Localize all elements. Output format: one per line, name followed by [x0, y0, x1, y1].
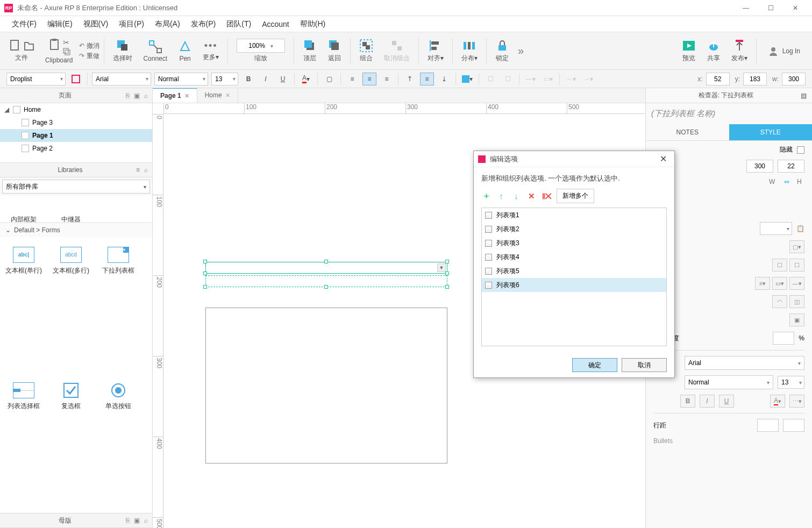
- opacity-input[interactable]: [773, 332, 794, 345]
- align-left-button[interactable]: ≡: [345, 73, 359, 85]
- inspector-page-icon[interactable]: ▤: [801, 92, 807, 99]
- toolbar-lock-button[interactable]: 锁定: [491, 34, 514, 67]
- login-button[interactable]: Log In: [761, 42, 808, 60]
- coord-x-input[interactable]: [706, 73, 730, 85]
- add-folder-icon[interactable]: ▣: [134, 92, 140, 99]
- inspector-underline-button[interactable]: U: [719, 395, 734, 408]
- hidden-checkbox[interactable]: [797, 146, 804, 154]
- add-page-icon[interactable]: ⎘: [126, 92, 130, 99]
- toolbar-select-button[interactable]: 选择时: [109, 34, 137, 67]
- underline-button[interactable]: U: [276, 73, 290, 85]
- item-checkbox[interactable]: [485, 212, 492, 219]
- align-center-button[interactable]: ≡: [362, 73, 376, 85]
- corner-select-button[interactable]: ◫: [789, 295, 804, 308]
- tab-close-icon[interactable]: ✕: [184, 92, 189, 99]
- dialog-ok-button[interactable]: 确定: [572, 358, 617, 372]
- toolbar-share-button[interactable]: 共享: [702, 34, 725, 67]
- tab-page1[interactable]: Page 1✕: [153, 88, 197, 103]
- toolbar-back-button[interactable]: 返回: [323, 34, 346, 67]
- clear-items-button[interactable]: ⦀✕: [542, 191, 551, 201]
- arrow-end-button[interactable]: →▾: [581, 73, 595, 85]
- undo-button[interactable]: ↶撤消: [79, 41, 99, 51]
- menu-help[interactable]: 帮助(H): [295, 16, 331, 32]
- tab-close-icon[interactable]: ✕: [225, 92, 230, 99]
- list-item[interactable]: 列表项5: [482, 264, 666, 278]
- font-size-select[interactable]: 13: [211, 73, 238, 85]
- inspector-tab-notes[interactable]: NOTES: [646, 124, 729, 140]
- item-checkbox[interactable]: [485, 226, 492, 233]
- page-node-page3[interactable]: Page 3: [0, 116, 152, 129]
- padding-button[interactable]: ▣: [789, 313, 804, 326]
- linespacing-input[interactable]: [757, 419, 779, 432]
- page-node-page2[interactable]: Page 2: [0, 142, 152, 155]
- toolbar-more-button[interactable]: ••• 更多▾: [198, 34, 223, 67]
- inspector-h-input[interactable]: [778, 160, 804, 173]
- rectangle-widget[interactable]: [205, 308, 447, 463]
- toolbar-file-group[interactable]: 文件: [4, 34, 39, 67]
- menu-edit[interactable]: 编辑(E): [42, 16, 78, 32]
- line-color-button[interactable]: ▭▾: [541, 73, 555, 85]
- inspector-text-more-button[interactable]: ⋯▾: [789, 395, 804, 408]
- item-checkbox[interactable]: [485, 254, 492, 261]
- lock-aspect-icon[interactable]: ⇔: [784, 178, 789, 185]
- lib-listbox-widget[interactable]: 列表选择框: [0, 375, 47, 418]
- inspector-fontsize-select[interactable]: 13: [778, 376, 804, 389]
- menu-team[interactable]: 团队(T): [221, 16, 257, 32]
- toolbar-publish-button[interactable]: 发布▾: [727, 34, 752, 67]
- delete-item-button[interactable]: ✕: [526, 191, 536, 201]
- lib-repeater-widget[interactable]: 中继器: [47, 198, 95, 223]
- menu-layout[interactable]: 布局(A): [149, 16, 186, 32]
- move-down-button[interactable]: ↓: [511, 191, 521, 201]
- font-family-select[interactable]: Arial: [92, 73, 151, 85]
- shape-style-button[interactable]: [69, 73, 83, 85]
- text-color-button[interactable]: A ▾: [299, 73, 313, 85]
- add-master-folder-icon[interactable]: ▣: [134, 517, 140, 524]
- fill-color-button[interactable]: ▾: [460, 73, 474, 85]
- lib-iframe-widget[interactable]: 内部框架: [0, 198, 47, 223]
- maximize-button[interactable]: ☐: [758, 0, 783, 16]
- list-item[interactable]: 列表项6: [482, 278, 666, 292]
- menu-project[interactable]: 项目(P): [113, 16, 149, 32]
- add-master-icon[interactable]: ⎘: [126, 517, 130, 524]
- toolbar-preview-button[interactable]: 预览: [678, 34, 700, 67]
- copy-style-icon[interactable]: 📋: [796, 225, 804, 232]
- zoom-input[interactable]: 100%▾: [237, 39, 285, 53]
- add-item-button[interactable]: ＋: [481, 191, 491, 201]
- coord-w-input[interactable]: [782, 73, 806, 85]
- shadow-out-button[interactable]: ☐: [772, 259, 787, 272]
- toolbar-distribute-button[interactable]: 分布▾: [457, 34, 482, 67]
- valign-top-button[interactable]: ⤒: [403, 73, 417, 85]
- inspector-bold-button[interactable]: B: [680, 395, 695, 408]
- redo-button[interactable]: ↷重做: [79, 52, 99, 61]
- line-style-button[interactable]: ―▾: [524, 73, 538, 85]
- toolbar-group-button[interactable]: 组合: [355, 34, 377, 67]
- toolbar-zoom-group[interactable]: 100%▾ 缩放: [232, 34, 289, 67]
- charspacing-input[interactable]: [783, 419, 804, 432]
- page-node-page1[interactable]: Page 1: [0, 129, 152, 142]
- libraries-menu-icon[interactable]: ≡: [136, 166, 140, 174]
- inspector-font-select[interactable]: Arial: [685, 356, 804, 370]
- inspector-italic-button[interactable]: I: [700, 395, 715, 408]
- lib-forms-section[interactable]: ⌄Default > Forms: [0, 223, 152, 237]
- libraries-search-icon[interactable]: ⌕: [144, 166, 148, 174]
- border-button[interactable]: ▢: [322, 73, 336, 85]
- inspector-w-input[interactable]: [746, 160, 773, 173]
- valign-bottom-button[interactable]: ⤓: [437, 73, 451, 85]
- menu-view[interactable]: 视图(V): [78, 16, 114, 32]
- search-pages-icon[interactable]: ⌕: [144, 92, 148, 99]
- valign-middle-button[interactable]: ≡: [420, 73, 434, 85]
- bold-button[interactable]: B: [241, 73, 255, 85]
- close-button[interactable]: ✕: [783, 0, 808, 16]
- add-many-button[interactable]: 新增多个: [557, 189, 594, 203]
- list-item[interactable]: 列表项1: [482, 208, 666, 222]
- toolbar-clipboard-group[interactable]: ✂ Clipboard: [41, 34, 77, 67]
- dialog-close-button[interactable]: ✕: [657, 154, 670, 164]
- coord-y-input[interactable]: [743, 73, 767, 85]
- italic-button[interactable]: I: [259, 73, 273, 85]
- page-node-home[interactable]: ◢Home: [0, 103, 152, 116]
- list-item[interactable]: 列表项3: [482, 236, 666, 250]
- tab-home[interactable]: Home✕: [197, 88, 238, 103]
- lib-droplist-widget[interactable]: ▾下拉列表框: [95, 239, 142, 282]
- dialog-cancel-button[interactable]: 取消: [622, 358, 667, 372]
- lib-textfield-widget[interactable]: abc|文本框(单行): [0, 239, 47, 282]
